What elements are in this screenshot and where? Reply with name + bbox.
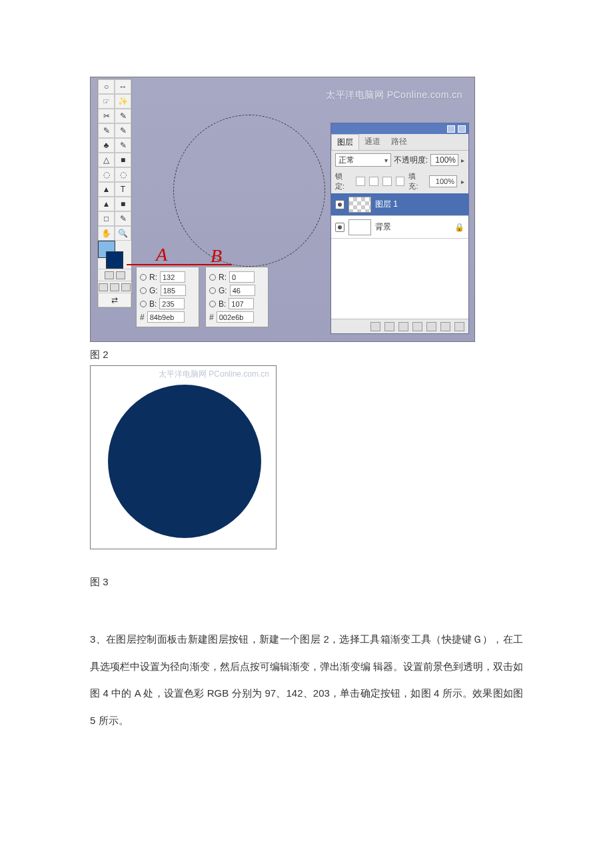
delete-layer-icon[interactable] <box>454 322 464 331</box>
radio-r-icon[interactable] <box>140 274 147 281</box>
label-g: G: <box>219 286 227 295</box>
input-r-a[interactable]: 132 <box>160 271 185 283</box>
layer-name: 背景 <box>375 221 391 233</box>
jump-to-row[interactable]: ⇄ <box>98 293 131 307</box>
layer-mask-icon[interactable] <box>398 322 408 331</box>
input-g-b[interactable]: 46 <box>230 285 255 296</box>
panel-titlebar <box>331 123 468 134</box>
opacity-arrow-icon[interactable]: ▸ <box>461 157 464 164</box>
lock-pixels-icon[interactable] <box>369 177 378 186</box>
new-layer-icon[interactable] <box>440 322 450 331</box>
mask-mode-row <box>98 269 131 281</box>
lock-transparency-icon[interactable] <box>356 177 365 186</box>
standard-mode-icon[interactable] <box>105 271 114 279</box>
figure-3-screenshot: 太平洋电脑网 PConline.com.cn <box>90 365 277 549</box>
tool-gradient[interactable]: ■ <box>115 153 131 167</box>
close-icon[interactable] <box>458 125 466 133</box>
watermark: 太平洋电脑网 PConline.com.cn <box>326 89 462 101</box>
layer-item-bg[interactable]: 背景 🔒 <box>331 216 468 239</box>
lock-all-icon[interactable] <box>396 177 405 186</box>
radio-g-icon[interactable] <box>209 287 216 294</box>
tab-layers[interactable]: 图层 <box>331 134 359 150</box>
visibility-icon[interactable] <box>335 223 344 232</box>
tool-clone[interactable]: ♣ <box>98 138 115 153</box>
tab-channels[interactable]: 通道 <box>359 134 386 150</box>
tool-pen[interactable]: ▲ <box>98 197 115 211</box>
radio-b-icon[interactable] <box>140 301 147 307</box>
label-g: G: <box>149 286 158 295</box>
radio-b-icon[interactable] <box>209 301 216 307</box>
screen-mode-3-icon[interactable] <box>121 283 131 291</box>
radio-r-icon[interactable] <box>209 274 216 281</box>
opacity-input[interactable]: 100% <box>430 154 458 166</box>
opacity-label: 不透明度: <box>394 155 428 166</box>
tool-zoom[interactable]: 🔍 <box>115 226 131 241</box>
fill-arrow-icon[interactable]: ▸ <box>461 178 464 185</box>
link-layers-icon[interactable] <box>370 322 380 331</box>
tab-paths[interactable]: 路径 <box>386 134 412 150</box>
tool-shape[interactable]: ■ <box>115 197 131 211</box>
tool-history[interactable]: ✎ <box>115 138 131 153</box>
toolbox: ○ ↔ ☞ ✨ ✂ ✎ ✎ ✎ ♣ ✎ △ ■ ◌ ◌ ▲ T ▲ ■ □ ✎ … <box>97 79 132 308</box>
annotation-label-a: A <box>156 244 167 265</box>
input-hex-b[interactable]: 002e6b <box>217 311 254 323</box>
tool-hand[interactable]: ✋ <box>98 226 115 241</box>
layer-thumb <box>348 219 371 235</box>
selection-marquee <box>173 115 325 267</box>
lock-position-icon[interactable] <box>382 177 392 186</box>
color-panel-b: R:0 G:46 B:107 #002e6b <box>205 267 269 327</box>
caption-fig3: 图 3 <box>90 576 523 589</box>
input-b-b[interactable]: 107 <box>229 298 254 309</box>
tool-eraser[interactable]: △ <box>98 153 115 167</box>
input-r-b[interactable]: 0 <box>229 271 255 283</box>
input-hex-a[interactable]: 84b9eb <box>147 311 185 323</box>
step-3-paragraph: 3、在图层控制面板击新建图层按钮，新建一个图层 2，选择工具箱渐变工具（快捷键Ｇ… <box>90 626 523 734</box>
screen-mode-2-icon[interactable] <box>110 283 119 291</box>
layer-list: 图层 1 背景 🔒 <box>331 193 468 319</box>
tool-crop[interactable]: ✂ <box>98 109 115 123</box>
blend-mode-select[interactable]: 正常▾ <box>335 153 391 167</box>
tool-brush[interactable]: ✎ <box>98 123 115 138</box>
tool-blur[interactable]: ◌ <box>98 167 115 182</box>
tool-eyedrop[interactable]: ✎ <box>115 211 131 226</box>
tool-move[interactable]: ↔ <box>115 79 131 94</box>
visibility-icon[interactable] <box>335 200 344 209</box>
tool-path[interactable]: ▲ <box>98 182 115 197</box>
lock-icon: 🔒 <box>454 223 464 232</box>
adjustment-layer-icon[interactable] <box>412 322 422 331</box>
layer-tabs: 图层 通道 路径 <box>331 134 468 151</box>
label-r: R: <box>149 273 157 282</box>
lock-label: 锁定: <box>335 171 352 191</box>
quickmask-mode-icon[interactable] <box>116 271 125 279</box>
screen-mode-row <box>98 281 131 293</box>
tool-dodge[interactable]: ◌ <box>115 167 131 182</box>
screen-mode-1-icon[interactable] <box>99 283 108 291</box>
radio-g-icon[interactable] <box>140 287 147 294</box>
color-panel-a: R:132 G:185 B:235 #84b9eb <box>136 267 199 327</box>
chevron-down-icon: ▾ <box>384 157 388 164</box>
tool-slice[interactable]: ✎ <box>115 109 131 123</box>
tool-pencil[interactable]: ✎ <box>115 123 131 138</box>
tool-ellipse[interactable]: ○ <box>98 79 115 94</box>
label-hash: # <box>209 313 214 322</box>
tool-note[interactable]: □ <box>98 211 115 226</box>
label-r: R: <box>219 273 227 282</box>
annotation-line <box>127 264 232 265</box>
tool-type[interactable]: T <box>115 182 131 197</box>
layer-panel-footer <box>331 319 468 333</box>
tool-lasso[interactable]: ☞ <box>98 94 115 109</box>
caption-fig2: 图 2 <box>90 349 523 361</box>
minimize-icon[interactable] <box>447 125 455 133</box>
label-b: B: <box>219 299 226 309</box>
layer-name: 图层 1 <box>375 199 398 210</box>
input-g-a[interactable]: 185 <box>161 285 186 296</box>
fill-label: 填充: <box>408 171 425 191</box>
figure-2-screenshot: 太平洋电脑网 PConline.com.cn ○ ↔ ☞ ✨ ✂ ✎ ✎ ✎ ♣… <box>90 77 475 342</box>
tool-wand[interactable]: ✨ <box>115 94 131 109</box>
layer-group-icon[interactable] <box>426 322 436 331</box>
layer-item-1[interactable]: 图层 1 <box>331 193 468 216</box>
layer-fx-icon[interactable] <box>384 322 394 331</box>
fill-input[interactable]: 100% <box>429 175 457 187</box>
input-b-a[interactable]: 235 <box>159 298 185 309</box>
background-swatch[interactable] <box>106 251 123 269</box>
